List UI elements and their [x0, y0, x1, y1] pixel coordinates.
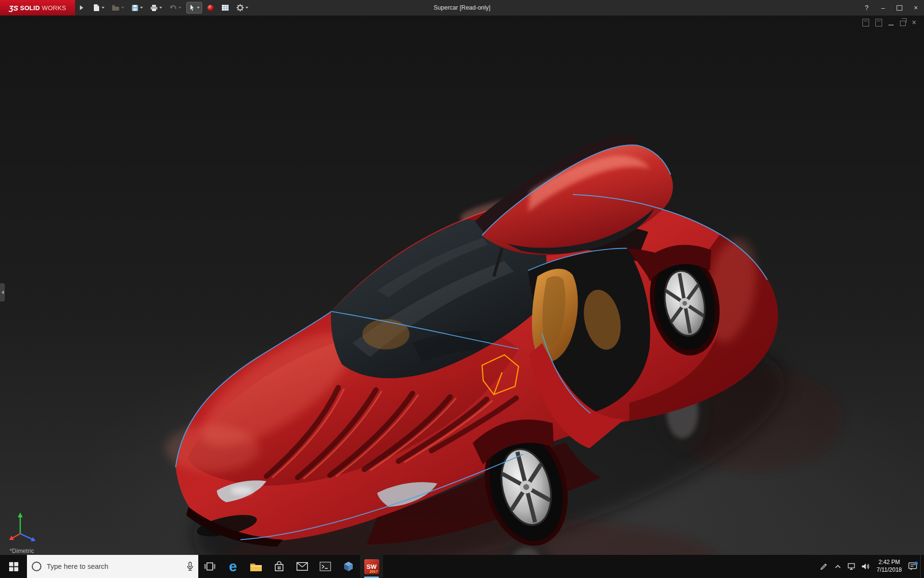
design-table-button[interactable] — [219, 3, 231, 13]
volume-icon — [861, 563, 870, 570]
design-table-icon — [221, 4, 229, 11]
volume-tray-button[interactable] — [860, 555, 873, 578]
file-explorer-button[interactable] — [244, 555, 268, 578]
sw-year: 2017 — [370, 569, 378, 574]
show-desktop-button[interactable] — [920, 555, 924, 578]
network-icon — [847, 563, 856, 570]
windows-taskbar: e — [0, 555, 924, 578]
solidworks-taskbar-button[interactable]: SW 2017 — [360, 555, 383, 578]
taskbar-clock[interactable]: 2:42 PM 7/11/2018 — [873, 559, 906, 574]
gear-icon — [236, 4, 244, 12]
dropdown-caret-icon[interactable] — [179, 7, 181, 9]
window-title: Supercar [Read-only] — [434, 0, 490, 15]
view-orientation-label: *Dimetric — [10, 548, 34, 554]
save-icon — [131, 4, 139, 12]
brand-solid: SOLID — [20, 4, 40, 12]
new-document-button[interactable] — [91, 2, 106, 13]
help-button[interactable]: ? — [859, 0, 875, 15]
window-controls: ? – × — [859, 0, 924, 15]
mail-button[interactable] — [291, 555, 314, 578]
edge-button[interactable]: e — [221, 555, 244, 578]
search-input[interactable] — [46, 562, 182, 571]
car-3d-model[interactable] — [0, 15, 924, 555]
windows-logo-icon — [9, 562, 18, 571]
y-axis-arrow — [18, 512, 23, 517]
solidworks-2017-icon: SW 2017 — [364, 559, 379, 574]
new-window-icon[interactable] — [862, 19, 869, 26]
print-icon — [150, 4, 158, 12]
minimize-button[interactable]: – — [875, 0, 891, 15]
options-button[interactable] — [234, 2, 250, 13]
taskbar-search[interactable] — [27, 555, 198, 578]
print-button[interactable] — [148, 3, 164, 13]
undo-icon — [169, 4, 177, 11]
doc-minimize-button[interactable] — [888, 20, 894, 26]
brand-works: WORKS — [42, 4, 66, 12]
menu-expand-arrow[interactable] — [80, 5, 83, 10]
appearances-button[interactable] — [205, 3, 216, 13]
dropdown-caret-icon[interactable] — [197, 7, 200, 9]
graphics-viewport[interactable]: × *Dimetric — [0, 15, 924, 555]
featuremanager-flyout-tab[interactable] — [0, 283, 5, 302]
dropdown-caret-icon[interactable] — [245, 7, 248, 9]
doc-restore-button[interactable] — [900, 21, 906, 26]
edrawings-button[interactable] — [337, 555, 360, 578]
restore-button[interactable] — [891, 0, 908, 15]
open-button[interactable] — [110, 3, 126, 13]
task-view-button[interactable] — [198, 555, 221, 578]
file-explorer-icon — [250, 562, 262, 572]
pen-tray-button[interactable] — [818, 555, 831, 578]
edge-icon: e — [229, 559, 237, 574]
hidden-icons-button[interactable] — [832, 555, 845, 578]
undo-button[interactable] — [167, 3, 183, 13]
dropdown-caret-icon[interactable] — [140, 7, 143, 9]
store-icon — [274, 561, 284, 572]
doc-close-button[interactable]: × — [912, 19, 916, 26]
solidworks-logo: ƷS SOLIDWORKS — [0, 0, 75, 15]
chevron-up-icon — [834, 564, 841, 569]
select-cursor-icon — [189, 4, 195, 12]
pen-icon — [820, 563, 828, 570]
microphone-icon[interactable] — [187, 562, 193, 571]
store-button[interactable] — [268, 555, 291, 578]
console-icon — [320, 562, 331, 571]
restore-icon — [897, 5, 902, 11]
taskbar-apps: e — [198, 555, 383, 578]
cube-icon — [343, 561, 354, 572]
appearance-sphere-icon — [207, 4, 214, 12]
clock-date: 7/11/2018 — [877, 566, 902, 574]
mail-icon — [296, 562, 308, 571]
dropdown-caret-icon[interactable] — [159, 7, 162, 9]
dropdown-caret-icon[interactable] — [102, 7, 104, 9]
open-folder-icon — [112, 4, 120, 11]
select-button[interactable] — [187, 2, 202, 13]
app-titlebar: ƷS SOLIDWORKS — [0, 0, 924, 16]
orientation-triad — [8, 511, 42, 545]
notification-badge — [914, 562, 918, 565]
close-button[interactable]: × — [908, 0, 924, 15]
task-view-icon — [204, 562, 216, 571]
cortana-icon — [32, 562, 41, 571]
network-tray-button[interactable] — [846, 555, 859, 578]
start-button[interactable] — [0, 555, 27, 578]
ds-logo-icon: ƷS — [9, 4, 18, 12]
tile-windows-icon[interactable] — [875, 19, 882, 26]
dropdown-caret-icon[interactable] — [121, 7, 124, 9]
action-center-button[interactable] — [906, 555, 919, 578]
save-button[interactable] — [129, 3, 145, 13]
new-document-icon — [93, 4, 100, 12]
system-tray: 2:42 PM 7/11/2018 — [818, 555, 924, 578]
clock-time: 2:42 PM — [877, 559, 902, 566]
document-window-controls: × — [862, 19, 916, 26]
quick-access-toolbar — [91, 2, 250, 13]
console-button[interactable] — [314, 555, 337, 578]
